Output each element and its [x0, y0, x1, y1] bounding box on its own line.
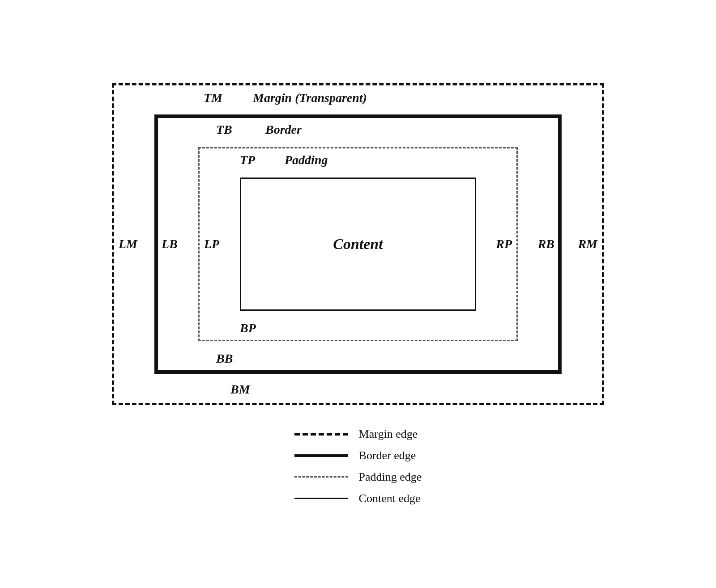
legend-line-padding [294, 476, 348, 478]
label-margin-title: Margin (Transparent) [253, 91, 367, 105]
label-bm: BM [230, 382, 250, 397]
label-rm: RM [578, 237, 597, 251]
css-box-model-diagram: TM Margin (Transparent) BM LM RM TB Bord… [112, 83, 604, 405]
label-bb: BB [216, 351, 233, 366]
legend-item-margin: Margin edge [294, 427, 422, 441]
label-rb: RB [538, 237, 554, 251]
legend-item-padding: Padding edge [294, 470, 422, 484]
page-container: TM Margin (Transparent) BM LM RM TB Bord… [90, 65, 626, 523]
legend-line-border [294, 454, 348, 457]
label-lb: LB [162, 237, 178, 251]
legend-label-padding: Padding edge [359, 470, 422, 484]
label-content: Content [333, 236, 383, 253]
label-tb: TB [216, 123, 232, 137]
label-rp: RP [496, 237, 512, 251]
border-box: TB Border BB LB RB TP Padding BP LP RP C… [154, 114, 562, 374]
legend-label-content: Content edge [359, 492, 421, 505]
legend-line-margin [294, 433, 348, 436]
padding-box: TP Padding BP LP RP Content [198, 147, 518, 341]
label-bp: BP [240, 321, 256, 335]
label-border-title: Border [265, 123, 302, 137]
content-box: Content [240, 178, 476, 311]
legend-label-border: Border edge [359, 449, 416, 462]
label-lp: LP [204, 237, 219, 251]
legend-item-border: Border edge [294, 449, 422, 462]
legend-label-margin: Margin edge [359, 427, 418, 441]
label-tp: TP [240, 153, 255, 167]
legend-line-content [294, 498, 348, 499]
margin-box: TM Margin (Transparent) BM LM RM TB Bord… [112, 83, 604, 405]
legend: Margin edge Border edge Padding edge Con… [294, 427, 422, 505]
legend-item-content: Content edge [294, 492, 422, 505]
label-padding-title: Padding [285, 153, 328, 167]
label-tm: TM [204, 91, 222, 105]
label-lm: LM [119, 237, 137, 251]
